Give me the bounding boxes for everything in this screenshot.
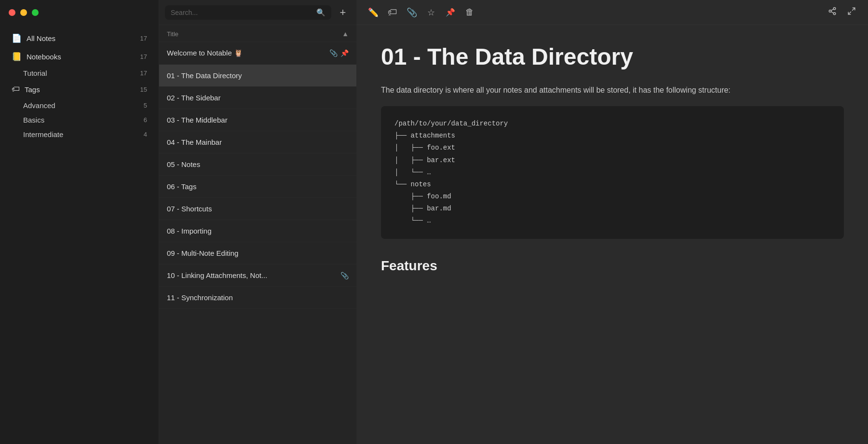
note-item-title: 01 - The Data Directory [167,71,242,80]
note-list-item[interactable]: 05 - Notes [159,153,356,176]
search-input[interactable] [171,9,312,16]
note-item-title: 10 - Linking Attachments, Not... [167,271,267,279]
tags-icon: 🏷 [12,84,20,94]
note-list-item[interactable]: 03 - The Middlebar [159,109,356,131]
note-item-title: 06 - Tags [167,182,196,191]
note-item-icons: 📎 [340,272,349,279]
note-item-title: 09 - Multi-Note Editing [167,249,238,257]
advanced-label: Advanced [23,101,55,110]
tag-icon: 🏷 [388,7,397,18]
svg-line-5 [853,8,855,10]
add-icon: + [340,6,346,19]
delete-button[interactable]: 🗑 [461,4,478,21]
favorite-button[interactable]: ☆ [422,4,440,21]
notebooks-icon: 📒 [12,52,22,62]
expand-button[interactable] [843,4,860,21]
maximize-button[interactable] [32,9,39,16]
note-list-item[interactable]: 07 - Shortcuts [159,198,356,220]
edit-icon: ✏️ [368,7,379,18]
all-notes-label: All Notes [27,34,55,42]
advanced-count: 5 [137,102,147,109]
note-list-item[interactable]: Welcome to Notable 🦉📎📌 [159,42,356,65]
attachment-button[interactable]: 📎 [403,4,420,21]
tutorial-count: 17 [137,69,147,77]
title-column-header: Title [167,30,178,38]
note-list: Welcome to Notable 🦉📎📌01 - The Data Dire… [159,42,356,444]
mainbar: ✏️ 🏷 📎 ☆ 📌 🗑 [357,0,868,444]
note-item-title: 04 - The Mainbar [167,138,222,146]
mainbar-toolbar: ✏️ 🏷 📎 ☆ 📌 🗑 [357,0,868,25]
sidebar-item-tutorial[interactable]: Tutorial 17 [3,66,156,80]
intermediate-label: Intermediate [23,130,63,139]
tags-count: 15 [137,86,147,93]
note-item-title: 02 - The Sidebar [167,94,220,102]
pin-button[interactable]: 📌 [442,4,459,21]
search-icon: 🔍 [316,8,326,17]
notebooks-count: 17 [137,53,147,60]
middlebar-column-header: Title ▲ [159,25,356,42]
sidebar-item-basics[interactable]: Basics 6 [3,113,156,127]
code-block: /path/to/your/data_directory ├── attachm… [381,106,844,239]
sidebar-nav: 📄 All Notes 17 📒 Notebooks 17 Tutorial 1… [0,25,159,444]
pin-icon: 📌 [446,8,455,17]
share-icon [828,7,837,18]
tags-label: Tags [25,85,40,94]
attachment-indicator: 📎 [340,272,349,279]
tutorial-label: Tutorial [23,69,47,77]
tag-button[interactable]: 🏷 [384,4,401,21]
star-icon: ☆ [427,7,435,18]
sort-icon[interactable]: ▲ [342,30,349,38]
sidebar-item-all-notes[interactable]: 📄 All Notes 17 [3,29,156,47]
basics-label: Basics [23,116,44,124]
note-list-item[interactable]: 08 - Importing [159,220,356,242]
svg-line-4 [831,9,833,11]
trash-icon: 🗑 [465,7,474,17]
note-item-title: 11 - Synchronization [167,293,233,302]
close-button[interactable] [9,9,15,16]
note-list-item[interactable]: 06 - Tags [159,176,356,198]
sidebar-item-notebooks[interactable]: 📒 Notebooks 17 [3,48,156,66]
basics-count: 6 [137,116,147,124]
paperclip-icon: 📎 [407,7,417,18]
note-list-item[interactable]: 01 - The Data Directory [159,65,356,87]
titlebar [0,0,159,25]
notebooks-label: Notebooks [27,53,61,61]
attachment-indicator: 📎 [329,49,338,57]
note-item-title: 05 - Notes [167,160,200,168]
sidebar-item-intermediate[interactable]: Intermediate 4 [3,127,156,141]
intermediate-count: 4 [137,131,147,138]
note-list-item[interactable]: 02 - The Sidebar [159,87,356,109]
note-intro: The data directory is where all your not… [381,83,844,97]
share-button[interactable] [824,4,841,21]
add-note-button[interactable]: + [335,5,351,20]
mainbar-content: 01 - The Data Directory The data directo… [357,25,868,444]
note-body: The data directory is where all your not… [381,83,844,277]
note-list-item[interactable]: 11 - Synchronization [159,287,356,309]
minimize-button[interactable] [20,9,27,16]
all-notes-icon: 📄 [12,33,22,43]
sidebar: 📄 All Notes 17 📒 Notebooks 17 Tutorial 1… [0,0,159,444]
expand-icon [847,7,856,18]
svg-line-6 [848,12,851,14]
all-notes-count: 17 [137,35,147,42]
sidebar-item-advanced[interactable]: Advanced 5 [3,98,156,112]
middlebar: 🔍 + Title ▲ Welcome to Notable 🦉📎📌01 - T… [159,0,357,444]
edit-button[interactable]: ✏️ [365,4,382,21]
note-item-title: 07 - Shortcuts [167,205,212,213]
svg-line-3 [831,12,833,13]
note-list-item[interactable]: 09 - Multi-Note Editing [159,242,356,264]
sidebar-item-tags[interactable]: 🏷 Tags 15 [3,81,156,98]
note-list-item[interactable]: 10 - Linking Attachments, Not...📎 [159,264,356,287]
note-item-title: 03 - The Middlebar [167,116,228,124]
note-title: 01 - The Data Directory [381,44,844,70]
search-input-wrap[interactable]: 🔍 [165,5,331,20]
features-heading: Features [381,254,844,278]
pin-indicator: 📌 [340,49,349,57]
note-item-title: Welcome to Notable 🦉 [167,49,243,57]
middlebar-toolbar: 🔍 + [159,0,356,25]
note-list-item[interactable]: 04 - The Mainbar [159,131,356,153]
note-item-title: 08 - Importing [167,227,212,235]
note-item-icons: 📎📌 [329,49,349,57]
